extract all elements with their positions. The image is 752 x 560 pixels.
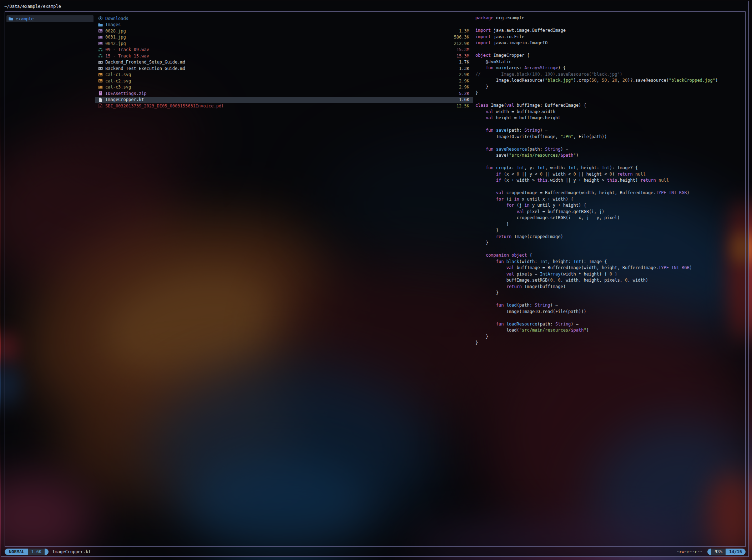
code-line: val width = buffImage.width xyxy=(475,109,744,116)
code-line: object ImageCropper { xyxy=(475,53,744,59)
file-name: Backend_Frontend_Setup_Guide.md xyxy=(105,60,185,65)
code-line: } xyxy=(475,290,744,297)
code-line: fun loadResource(path: String) = xyxy=(475,322,744,328)
code-line: for (j in y until y + height) { xyxy=(475,203,744,209)
code-line: Image(ImageIO.read(File(path))) xyxy=(475,309,744,316)
code-line: } xyxy=(475,240,744,247)
file-name: 15 - Track 15.wav xyxy=(105,54,149,59)
code-line: @JvmStatic xyxy=(475,59,744,66)
file-row[interactable]: Backend_Test_Execution_Guide.md1.3K xyxy=(95,65,473,72)
file-row[interactable]: IDEAsettings.zip5.2K xyxy=(95,90,473,97)
code-line: Image.loadResource("black.jpg").crop(50,… xyxy=(475,78,744,84)
folder-icon xyxy=(9,16,13,21)
file-size: 12.5K xyxy=(456,104,469,109)
file-size: 15.3M xyxy=(456,54,469,59)
file-list: DownloadsImages0028.jpg1.3M0031.jpg586.3… xyxy=(95,12,473,546)
file-size-badge: 1.6K xyxy=(28,549,45,555)
parent-dir-item[interactable]: example xyxy=(6,15,94,22)
code-line xyxy=(475,297,744,303)
code-line: } xyxy=(475,90,744,97)
file-row[interactable]: 09 - Track 09.wav15.3M xyxy=(95,47,473,53)
code-line: } xyxy=(475,228,744,234)
code-line xyxy=(475,315,744,322)
terminal-window: ~/Data/example/example example Downloads… xyxy=(1,1,749,557)
markdown-icon xyxy=(98,66,103,71)
image-icon xyxy=(98,29,103,33)
code-line: val pixel = buffImage.getRGB(i, j) xyxy=(475,209,744,216)
scroll-percent: 93% xyxy=(711,549,726,555)
code-line xyxy=(475,122,744,128)
file-size: 5.2K xyxy=(459,91,469,96)
file-icon xyxy=(98,97,103,102)
status-bar: NORMAL 1.6K ImageCropper.kt -rw-r--r-- 9… xyxy=(5,547,746,556)
file-size: 1.3K xyxy=(459,66,469,71)
file-name: Backend_Test_Execution_Guide.md xyxy=(105,66,185,71)
file-row[interactable]: 0028.jpg1.3M xyxy=(95,28,473,34)
code-line xyxy=(475,159,744,166)
code-line: } xyxy=(475,334,744,340)
code-preview[interactable]: package org.example import java.awt.imag… xyxy=(473,12,745,546)
code-line: val buffImage = BufferedImage(width, hei… xyxy=(475,265,744,272)
download-icon xyxy=(98,16,103,21)
permissions-text: -rw-r--r-- xyxy=(677,549,702,554)
parent-dir-label: example xyxy=(16,16,34,21)
file-size: 212.9K xyxy=(454,41,469,46)
file-name: Images xyxy=(105,22,121,27)
code-line: croppedImage.setRGB(i - x, j - y, pixel) xyxy=(475,215,744,222)
code-line: fun load(path: String) = xyxy=(475,303,744,309)
file-row[interactable]: cal-c3.svg2.9K xyxy=(95,84,473,91)
file-name: 0031.jpg xyxy=(105,35,126,40)
file-name: SBI_0032013739_2023_DE05_0003155631Invoi… xyxy=(105,104,224,109)
code-line: save("src/main/resources/$path") xyxy=(475,153,744,159)
file-name: IDEAsettings.zip xyxy=(105,91,147,96)
cursor-position: 14/15 xyxy=(726,549,746,555)
folder-icon xyxy=(98,22,103,27)
file-size: 1.3M xyxy=(459,29,469,34)
file-name: 0028.jpg xyxy=(105,29,126,34)
code-line xyxy=(475,47,744,53)
file-row[interactable]: cal-c2.svg2.9K xyxy=(95,78,473,84)
code-line xyxy=(475,97,744,103)
code-line: buffImage.setRGB(0, 0, width, height, pi… xyxy=(475,278,744,284)
file-row[interactable]: ImageCropper.kt1.6K xyxy=(95,97,473,103)
code-line: val pixels = IntArray(width * height) { … xyxy=(475,272,744,278)
code-line: import java.awt.image.BufferedImage xyxy=(475,28,744,34)
file-row[interactable]: 0031.jpg586.3K xyxy=(95,34,473,41)
code-line: fun save(path: String) = xyxy=(475,128,744,134)
mode-indicator: NORMAL xyxy=(5,549,28,555)
file-size: 15.3M xyxy=(456,47,469,52)
file-size: 586.3K xyxy=(454,35,469,40)
file-name: Downloads xyxy=(105,16,128,21)
status-filename: ImageCropper.kt xyxy=(52,549,91,554)
code-line: class Image(val buffImage: BufferedImage… xyxy=(475,103,744,109)
powerline-separator-icon xyxy=(45,549,49,555)
audio-icon xyxy=(98,54,103,58)
file-name: cal-c2.svg xyxy=(105,79,131,84)
code-line: return Image(buffImage) xyxy=(475,284,744,291)
file-size: 1.7K xyxy=(459,60,469,65)
file-size: 1.6K xyxy=(459,97,469,102)
code-line: fun saveResource(path: String) = xyxy=(475,147,744,153)
audio-icon xyxy=(98,47,103,52)
code-line xyxy=(475,140,744,147)
file-row[interactable]: 0042.jpg212.9K xyxy=(95,40,473,47)
current-path-text: ~/Data/example/example xyxy=(4,4,61,9)
file-manager: example DownloadsImages0028.jpg1.3M0031.… xyxy=(5,11,746,547)
file-row[interactable]: SBI_0032013739_2023_DE05_0003155631Invoi… xyxy=(95,103,473,109)
file-row[interactable]: Images xyxy=(95,22,473,28)
code-line: for (i in x until x + width) { xyxy=(475,197,744,203)
code-line xyxy=(475,184,744,191)
file-size: 2.9K xyxy=(459,79,469,84)
file-row[interactable]: cal-c1.svg2.9K xyxy=(95,72,473,78)
code-line: ImageIO.write(buffImage, "JPG", File(pat… xyxy=(475,134,744,141)
file-row[interactable]: Downloads xyxy=(95,15,473,22)
image-icon xyxy=(98,72,103,77)
code-line: } xyxy=(475,222,744,228)
file-name: ImageCropper.kt xyxy=(105,97,144,102)
zip-icon xyxy=(98,91,103,96)
image-icon xyxy=(98,85,103,90)
markdown-icon xyxy=(98,60,103,65)
file-row[interactable]: Backend_Frontend_Setup_Guide.md1.7K xyxy=(95,59,473,66)
file-row[interactable]: 15 - Track 15.wav15.3M xyxy=(95,53,473,59)
status-right: -rw-r--r-- 93% 14/15 xyxy=(677,549,746,555)
